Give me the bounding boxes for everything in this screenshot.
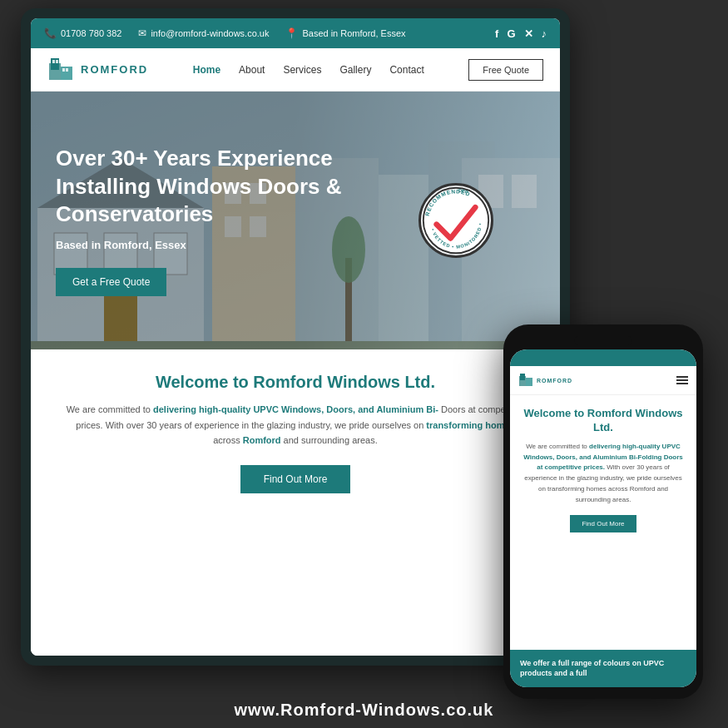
tiktok-icon[interactable]: ♪ [542,27,547,40]
phone-item: 📞 01708 780 382 [44,27,121,39]
nav-links: Home About Services Gallery Contact [193,64,424,76]
menu-bar-1 [676,376,688,378]
highlight-2: transforming homes [426,420,514,430]
highlight-1: delivering high-quality UPVC Windows, Do… [153,404,438,414]
nav-about[interactable]: About [239,64,265,76]
content-title: Welcome to Romford Windows Ltd. [64,373,527,392]
svg-rect-6 [66,68,68,72]
mobile-highlight: delivering high-quality UPVC Windows, Do… [523,443,683,472]
mobile-title: Welcome to Romford Windows Ltd. [520,407,686,435]
mobile-logo-text: ROMFORD [537,378,572,384]
phone-number: 01708 780 382 [61,28,121,38]
svg-rect-34 [526,378,532,386]
google-icon[interactable]: G [507,27,515,40]
mobile-menu-icon[interactable] [676,376,688,384]
mobile-logo: ROMFORD [518,373,572,388]
badge-area: RECOMMENDED • VETTED • MONITORED • DEP [418,183,493,258]
nav-services[interactable]: Services [283,64,321,76]
content-section: Welcome to Romford Windows Ltd. We are c… [31,349,560,656]
twitter-icon[interactable]: ✕ [524,27,533,40]
mobile-nav: ROMFORD [510,366,696,395]
email-item: ✉ info@romford-windows.co.uk [138,27,269,39]
page-wrapper: 📞 01708 780 382 ✉ info@romford-windows.c… [0,0,728,728]
nav-gallery[interactable]: Gallery [339,64,371,76]
mobile-teal-section: We offer a full range of colours on UPVC… [510,650,696,687]
hero-cta-button[interactable]: Get a Free Quote [56,268,166,296]
svg-rect-2 [52,60,55,63]
menu-bar-3 [676,383,688,384]
svg-point-28 [423,188,488,253]
mobile-find-out-button[interactable]: Find Out More [570,515,636,532]
content-text: We are committed to delivering high-qual… [64,402,527,448]
tablet-device: 📞 01708 780 382 ✉ info@romford-windows.c… [21,8,570,666]
social-links: f G ✕ ♪ [495,27,547,40]
hero-title: Over 30+ Years Experience Installing Win… [56,145,372,229]
tablet-screen: 📞 01708 780 382 ✉ info@romford-windows.c… [31,18,560,656]
footer-url: www.Romford-Windows.co.uk [0,701,728,720]
highlight-3: Romford [243,435,281,445]
mobile-screen: ROMFORD Welcome to Romford Windows Ltd. … [510,349,696,687]
free-quote-button[interactable]: Free Quote [468,59,543,81]
top-bar-left: 📞 01708 780 382 ✉ info@romford-windows.c… [44,27,406,39]
logo-icon [47,57,74,83]
logo-area: ROMFORD [47,57,148,83]
svg-rect-3 [56,60,58,63]
nav-contact[interactable]: Contact [389,64,423,76]
mobile-top-bar [510,349,696,366]
mobile-teal-text: We offer a full range of colours on UPVC… [520,658,686,679]
find-out-more-button[interactable]: Find Out More [240,465,351,493]
email-icon: ✉ [138,27,146,39]
nav-home[interactable]: Home [193,64,220,76]
hero-section: Over 30+ Years Experience Installing Win… [31,92,560,349]
mobile-device: ROMFORD Welcome to Romford Windows Ltd. … [503,324,703,699]
svg-rect-33 [520,374,525,380]
menu-bar-2 [676,379,688,381]
recommended-badge: RECOMMENDED • VETTED • MONITORED • DEP [418,183,493,258]
email-address: info@romford-windows.co.uk [151,28,269,38]
location-icon: 📍 [285,27,298,39]
svg-rect-5 [62,68,65,72]
mobile-content: Welcome to Romford Windows Ltd. We are c… [510,395,696,650]
facebook-icon[interactable]: f [495,27,498,40]
mobile-logo-icon [518,373,533,388]
top-bar: 📞 01708 780 382 ✉ info@romford-windows.c… [31,18,560,48]
logo-text: ROMFORD [81,63,148,76]
badge-svg: RECOMMENDED • VETTED • MONITORED • DEP [421,183,491,258]
mobile-notch [574,336,632,344]
location-text: Based in Romford, Essex [302,28,405,38]
location-item: 📍 Based in Romford, Essex [285,27,405,39]
nav-bar: ROMFORD Home About Services Gallery Cont… [31,48,560,92]
phone-icon: 📞 [44,27,57,39]
mobile-body-text: We are committed to delivering high-qual… [520,442,686,506]
